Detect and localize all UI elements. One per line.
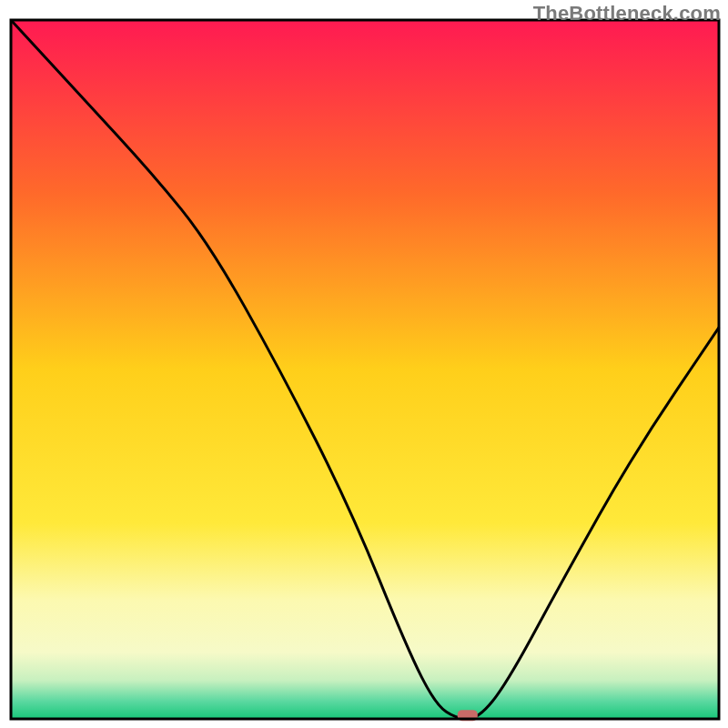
watermark-label: TheBottleneck.com [533, 2, 721, 25]
gradient-background [11, 20, 719, 719]
bottleneck-chart [0, 0, 728, 728]
chart-container: TheBottleneck.com [0, 0, 728, 728]
